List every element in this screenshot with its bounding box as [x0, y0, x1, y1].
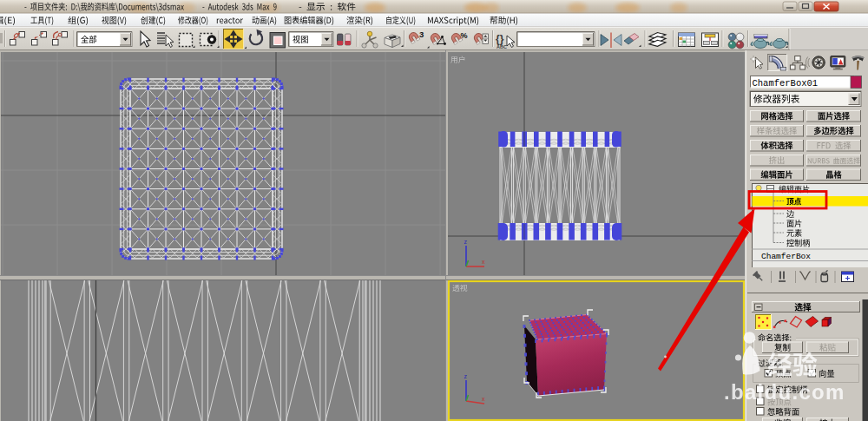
svg-text:ABC: ABC	[496, 44, 507, 49]
svg-text:ChamferBox: ChamferBox	[761, 252, 811, 261]
svg-text:3: 3	[419, 30, 424, 39]
svg-text:{}: {}	[496, 33, 504, 45]
svg-text:.baidu.com: .baidu.com	[724, 380, 845, 404]
svg-text:x: x	[482, 396, 485, 402]
svg-text:z: z	[464, 239, 468, 245]
svg-text:x: x	[482, 259, 485, 265]
svg-text:ChamferBox01: ChamferBox01	[753, 78, 819, 89]
svg-text:z: z	[464, 373, 468, 379]
svg-text:%: %	[461, 31, 468, 40]
